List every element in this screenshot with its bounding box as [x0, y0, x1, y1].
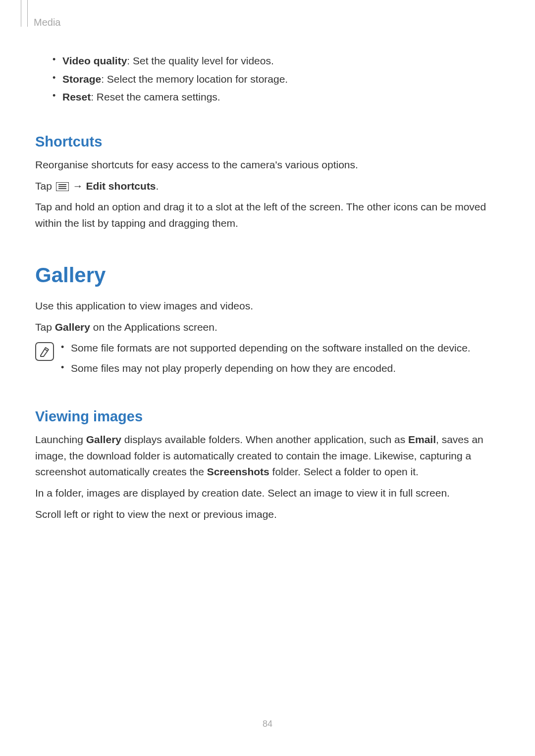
note-content: Some file formats are not supported depe… — [60, 340, 500, 381]
section-label: Media — [34, 17, 60, 28]
setting-desc: : Set the quality level for videos. — [127, 55, 274, 66]
note-block: Some file formats are not supported depe… — [35, 340, 500, 381]
menu-icon — [56, 182, 69, 191]
text: displays available folders. When another… — [121, 434, 408, 445]
gallery-tap-line: Tap Gallery on the Applications screen. — [35, 319, 500, 336]
tap-prefix: Tap — [35, 180, 55, 192]
setting-label: Storage — [62, 73, 101, 85]
list-item: Reset: Reset the camera settings. — [52, 89, 500, 106]
shortcuts-heading: Shortcuts — [35, 134, 500, 150]
header-crop-marks — [21, 0, 28, 27]
setting-label: Video quality — [62, 55, 127, 66]
shortcuts-tap-line: Tap → Edit shortcuts. — [35, 178, 500, 195]
shortcuts-detail: Tap and hold an option and drag it to a … — [35, 199, 500, 232]
viewing-p3: Scroll left or right to view the next or… — [35, 506, 500, 523]
list-item: Some files may not play properly dependi… — [60, 360, 500, 377]
page-content: Video quality: Set the quality level for… — [35, 52, 500, 528]
note-icon — [35, 342, 54, 361]
list-item: Some file formats are not supported depe… — [60, 340, 500, 356]
viewing-heading: Viewing images — [35, 408, 500, 425]
setting-desc: : Select the memory location for storage… — [101, 73, 288, 85]
text: Launching — [35, 434, 86, 445]
text: folder. Select a folder to open it. — [269, 466, 419, 477]
bold-text: Screenshots — [207, 466, 269, 477]
tap-bold: Gallery — [55, 321, 90, 333]
gallery-intro: Use this application to view images and … — [35, 298, 500, 314]
gallery-heading: Gallery — [35, 263, 500, 287]
page-number: 84 — [0, 719, 535, 729]
note-list: Some file formats are not supported depe… — [60, 340, 500, 377]
list-item: Video quality: Set the quality level for… — [52, 52, 500, 70]
tap-prefix: Tap — [35, 321, 55, 333]
note-text: Some files may not play properly dependi… — [71, 362, 396, 374]
viewing-p1: Launching Gallery displays available fol… — [35, 432, 500, 480]
viewing-p2: In a folder, images are displayed by cre… — [35, 485, 500, 502]
svg-line-4 — [45, 349, 48, 351]
settings-list: Video quality: Set the quality level for… — [52, 52, 500, 106]
note-text: Some file formats are not supported depe… — [71, 342, 471, 353]
setting-label: Reset — [62, 91, 91, 102]
setting-desc: : Reset the camera settings. — [91, 91, 220, 102]
tap-arrow: → — [70, 180, 86, 192]
bold-text: Email — [408, 434, 436, 445]
tap-action: Edit shortcuts — [86, 180, 156, 192]
tap-suffix: on the Applications screen. — [90, 321, 217, 333]
list-item: Storage: Select the memory location for … — [52, 71, 500, 88]
tap-period: . — [156, 180, 159, 192]
bold-text: Gallery — [86, 434, 121, 445]
shortcuts-intro: Reorganise shortcuts for easy access to … — [35, 157, 500, 173]
